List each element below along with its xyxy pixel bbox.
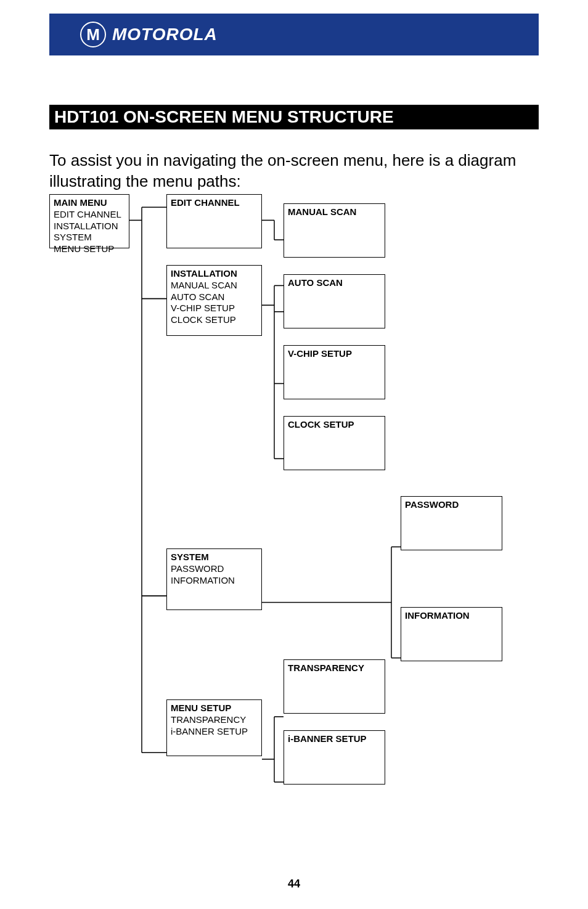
box-item: EDIT CHANNEL: [54, 209, 125, 221]
box-menu-setup: MENU SETUP TRANSPARENCY i-BANNER SETUP: [166, 699, 262, 756]
box-title: SYSTEM: [171, 552, 258, 563]
box-item: INSTALLATION: [54, 221, 125, 232]
box-auto-scan: AUTO SCAN: [284, 274, 385, 328]
intro-paragraph: To assist you in navigating the on-scree…: [49, 150, 539, 192]
box-title: i-BANNER SETUP: [288, 733, 381, 745]
logo-circle-icon: M: [80, 22, 106, 47]
box-item: CLOCK SETUP: [171, 314, 258, 326]
box-title: CLOCK SETUP: [288, 419, 381, 431]
menu-diagram: MAIN MENU EDIT CHANNEL INSTALLATION SYST…: [49, 194, 539, 847]
box-item: MANUAL SCAN: [171, 280, 258, 291]
box-title: MAIN MENU: [54, 197, 125, 209]
box-item: i-BANNER SETUP: [171, 726, 258, 738]
box-ibanner-setup: i-BANNER SETUP: [284, 730, 385, 785]
box-vchip-setup: V-CHIP SETUP: [284, 345, 385, 399]
box-title: EDIT CHANNEL: [171, 197, 258, 209]
box-title: V-CHIP SETUP: [288, 348, 381, 360]
box-system: SYSTEM PASSWORD INFORMATION: [166, 548, 262, 610]
box-transparency: TRANSPARENCY: [284, 659, 385, 714]
box-main-menu: MAIN MENU EDIT CHANNEL INSTALLATION SYST…: [49, 194, 129, 248]
box-title: AUTO SCAN: [288, 277, 381, 289]
box-installation: INSTALLATION MANUAL SCAN AUTO SCAN V-CHI…: [166, 265, 262, 336]
box-title: MANUAL SCAN: [288, 206, 381, 218]
box-item: INFORMATION: [171, 575, 258, 587]
page-number: 44: [288, 878, 300, 891]
box-item: TRANSPARENCY: [171, 714, 258, 726]
brand-text: MOTOROLA: [112, 25, 218, 44]
box-item: MENU SETUP: [54, 243, 125, 255]
box-title: PASSWORD: [405, 499, 498, 511]
box-item: SYSTEM: [54, 232, 125, 243]
box-item: PASSWORD: [171, 563, 258, 575]
box-information: INFORMATION: [401, 607, 502, 661]
box-manual-scan: MANUAL SCAN: [284, 203, 385, 258]
section-title: HDT101 ON-SCREEN MENU STRUCTURE: [49, 105, 539, 129]
header-bar: M MOTOROLA: [49, 14, 539, 55]
box-item: AUTO SCAN: [171, 291, 258, 303]
box-clock-setup: CLOCK SETUP: [284, 416, 385, 470]
box-password: PASSWORD: [401, 496, 502, 550]
logo-letter: M: [86, 25, 100, 44]
box-title: INSTALLATION: [171, 268, 258, 280]
box-edit-channel: EDIT CHANNEL: [166, 194, 262, 248]
box-title: TRANSPARENCY: [288, 662, 381, 674]
box-item: V-CHIP SETUP: [171, 303, 258, 314]
box-title: INFORMATION: [405, 610, 498, 622]
brand-logo: M MOTOROLA: [80, 22, 218, 47]
box-title: MENU SETUP: [171, 703, 258, 714]
